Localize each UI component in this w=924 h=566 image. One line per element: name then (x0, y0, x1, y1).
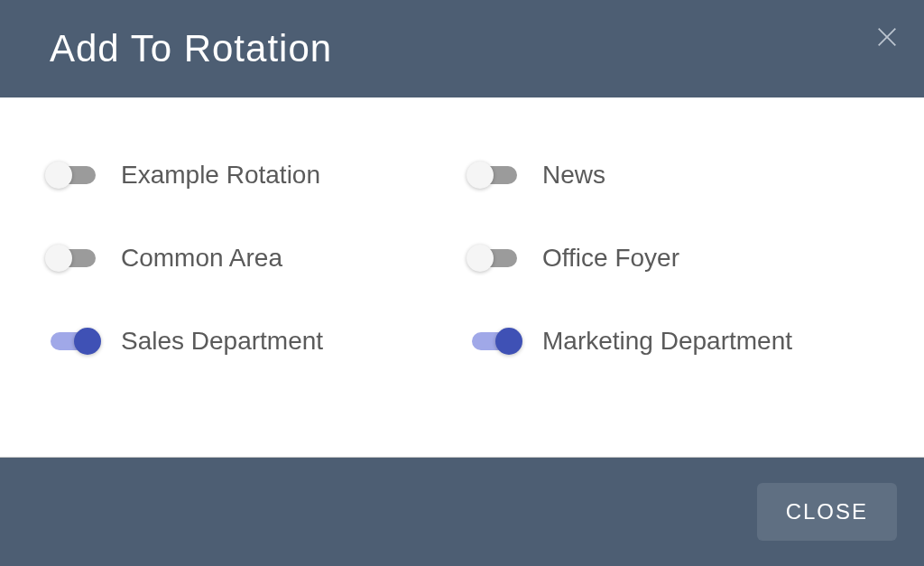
rotation-label: Common Area (121, 244, 282, 273)
toggle-example-rotation[interactable] (45, 161, 101, 190)
toggle-marketing-department[interactable] (467, 327, 522, 356)
rotation-label: Marketing Department (542, 327, 792, 356)
toggle-office-foyer[interactable] (467, 244, 522, 273)
rotation-item: Common Area (45, 244, 457, 273)
dialog-footer: CLOSE (0, 457, 924, 566)
rotation-item: Marketing Department (467, 327, 879, 356)
rotation-label: News (542, 161, 605, 190)
rotation-list: Example Rotation News Common Area Office… (0, 97, 924, 457)
rotation-item: News (467, 161, 879, 190)
rotation-label: Sales Department (121, 327, 323, 356)
toggle-sales-department[interactable] (45, 327, 101, 356)
dialog-title: Add To Rotation (50, 27, 332, 70)
rotation-item: Office Foyer (467, 244, 879, 273)
toggle-news[interactable] (467, 161, 522, 190)
toggle-common-area[interactable] (45, 244, 101, 273)
rotation-item: Sales Department (45, 327, 457, 356)
rotation-label: Example Rotation (121, 161, 320, 190)
close-button[interactable]: CLOSE (757, 483, 897, 541)
close-icon[interactable] (873, 23, 901, 51)
rotation-label: Office Foyer (542, 244, 679, 273)
rotation-item: Example Rotation (45, 161, 457, 190)
dialog-header: Add To Rotation (0, 0, 924, 97)
